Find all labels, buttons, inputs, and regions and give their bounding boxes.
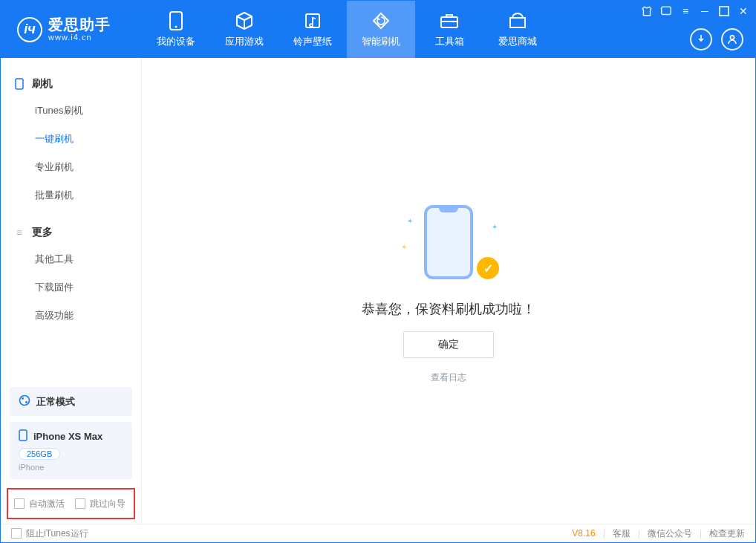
check-update-link[interactable]: 检查更新 xyxy=(709,527,745,540)
footer: 阻止iTunes运行 V8.16 | 客服 | 微信公众号 | 检查更新 xyxy=(1,524,755,542)
sidebar-item-other-tools[interactable]: 其他工具 xyxy=(35,245,141,273)
svg-rect-4 xyxy=(662,7,671,14)
tab-mall[interactable]: 爱思商城 xyxy=(483,1,552,58)
svg-point-6 xyxy=(730,36,734,39)
highlighted-options: 自动激活 跳过向导 xyxy=(7,488,135,519)
sparkle-icon: ✦ xyxy=(401,243,407,251)
sidebar-item-pro-flash[interactable]: 专业刷机 xyxy=(35,153,141,181)
store-icon xyxy=(508,11,527,30)
tab-label: 爱思商城 xyxy=(498,35,537,48)
sidebar-item-batch-flash[interactable]: 批量刷机 xyxy=(35,181,141,209)
tab-label: 智能刷机 xyxy=(362,35,400,48)
mode-label: 正常模式 xyxy=(36,395,75,409)
tab-smart-flash[interactable]: 智能刷机 xyxy=(347,1,415,58)
check-badge-icon: ✓ xyxy=(477,257,499,279)
sidebar-item-advanced[interactable]: 高级功能 xyxy=(35,302,141,330)
section-title-label: 更多 xyxy=(32,226,53,239)
menu-icon[interactable]: ≡ xyxy=(680,5,691,17)
checkbox-block-itunes[interactable]: 阻止iTunes运行 xyxy=(11,527,88,540)
main-tabs: 我的设备 应用游戏 铃声壁纸 智能刷机 工具箱 爱思商城 xyxy=(142,1,552,58)
sidebar-item-download-firmware[interactable]: 下载固件 xyxy=(35,273,141,302)
svg-point-10 xyxy=(25,401,27,403)
checkbox-icon xyxy=(11,528,22,539)
window-controls: ≡ ─ ✕ xyxy=(641,5,749,17)
success-illustration: ✦ ✦ ✦ ✓ xyxy=(404,198,493,287)
sparkle-icon: ✦ xyxy=(492,223,498,231)
cube-icon xyxy=(235,11,254,30)
svg-rect-5 xyxy=(720,7,729,16)
header-actions xyxy=(690,28,743,51)
section-more: ≡ 更多 xyxy=(1,220,141,245)
logo-icon: iч xyxy=(17,17,42,42)
checkbox-skip-wizard[interactable]: 跳过向导 xyxy=(75,498,126,510)
list-icon: ≡ xyxy=(14,227,25,238)
app-body: 刷机 iTunes刷机 一键刷机 专业刷机 批量刷机 ≡ 更多 其他工具 下载固… xyxy=(1,58,755,524)
checkbox-auto-activate[interactable]: 自动激活 xyxy=(14,498,65,510)
phone-icon xyxy=(424,205,473,279)
tab-apps-games[interactable]: 应用游戏 xyxy=(210,1,278,58)
storage-badge: 256GB xyxy=(19,448,60,460)
logo-area: iч 爱思助手 www.i4.cn xyxy=(1,16,142,42)
tab-label: 铃声壁纸 xyxy=(293,35,332,48)
close-icon[interactable]: ✕ xyxy=(737,5,749,17)
maximize-icon[interactable] xyxy=(718,5,730,17)
device-icon xyxy=(166,11,186,30)
svg-point-1 xyxy=(175,25,177,27)
version-label: V8.16 xyxy=(572,528,595,539)
app-name: 爱思助手 xyxy=(48,16,111,33)
svg-rect-11 xyxy=(19,430,27,440)
checkbox-icon xyxy=(75,498,85,509)
app-header: iч 爱思助手 www.i4.cn 我的设备 应用游戏 铃声壁纸 智能刷机 工具… xyxy=(1,1,755,58)
phone-icon xyxy=(14,79,25,89)
logo-text: 爱思助手 www.i4.cn xyxy=(48,16,111,42)
device-type: iPhone xyxy=(19,463,123,472)
view-log-link[interactable]: 查看日志 xyxy=(431,371,466,384)
svg-point-9 xyxy=(22,397,24,400)
svg-point-8 xyxy=(20,396,30,406)
svg-rect-7 xyxy=(16,79,23,89)
more-items: 其他工具 下载固件 高级功能 xyxy=(1,245,141,330)
section-title-label: 刷机 xyxy=(32,77,53,91)
success-message: 恭喜您，保资料刷机成功啦！ xyxy=(362,300,535,318)
download-button[interactable] xyxy=(690,28,712,51)
feedback-icon[interactable] xyxy=(660,5,672,17)
device-name: iPhone XS Max xyxy=(33,431,102,442)
tab-label: 我的设备 xyxy=(157,35,195,48)
flash-items: iTunes刷机 一键刷机 专业刷机 批量刷机 xyxy=(1,97,141,209)
tab-toolbox[interactable]: 工具箱 xyxy=(415,1,483,58)
reflash-icon xyxy=(371,11,391,30)
music-icon xyxy=(303,11,322,30)
sidebar: 刷机 iTunes刷机 一键刷机 专业刷机 批量刷机 ≡ 更多 其他工具 下载固… xyxy=(1,58,142,524)
wechat-link[interactable]: 微信公众号 xyxy=(648,527,692,540)
user-button[interactable] xyxy=(721,28,743,51)
device-icon xyxy=(19,429,27,443)
customer-service-link[interactable]: 客服 xyxy=(613,527,630,540)
sparkle-icon: ✦ xyxy=(407,217,413,225)
app-url: www.i4.cn xyxy=(48,33,111,42)
tab-label: 工具箱 xyxy=(435,35,464,48)
sidebar-item-oneclick-flash[interactable]: 一键刷机 xyxy=(35,125,141,153)
device-info-panel[interactable]: iPhone XS Max 256GB iPhone xyxy=(10,422,132,479)
sidebar-item-itunes-flash[interactable]: iTunes刷机 xyxy=(35,97,141,125)
ok-button[interactable]: 确定 xyxy=(403,331,494,358)
section-flash: 刷机 xyxy=(1,71,141,97)
tab-label: 应用游戏 xyxy=(225,35,264,48)
mode-icon xyxy=(19,394,30,409)
tab-my-device[interactable]: 我的设备 xyxy=(142,1,210,58)
checkbox-icon xyxy=(14,498,25,509)
device-mode-panel[interactable]: 正常模式 xyxy=(10,387,132,416)
device-panels: 正常模式 iPhone XS Max 256GB iPhone xyxy=(10,387,132,479)
minimize-icon[interactable]: ─ xyxy=(699,5,711,17)
main-content: ✦ ✦ ✦ ✓ 恭喜您，保资料刷机成功啦！ 确定 查看日志 xyxy=(142,58,755,524)
toolbox-icon xyxy=(440,11,459,30)
tab-ringtone-wallpaper[interactable]: 铃声壁纸 xyxy=(278,1,347,58)
skin-icon[interactable] xyxy=(641,5,653,17)
